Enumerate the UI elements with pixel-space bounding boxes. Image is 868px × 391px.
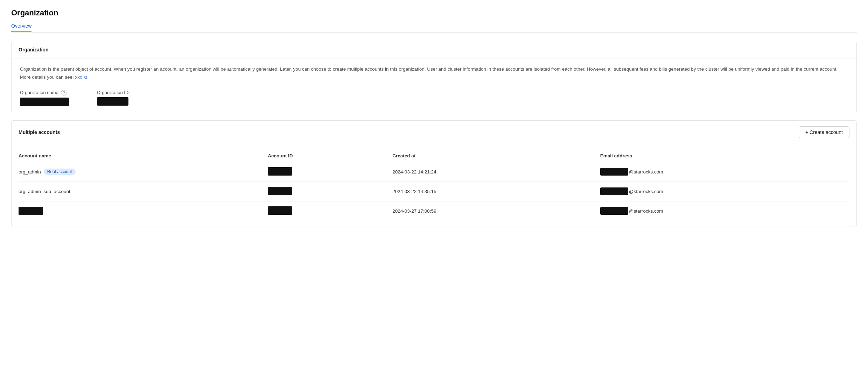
org-name-label: Organization name: ?	[20, 90, 69, 95]
table-body: org_admin Root account 2024-03-22 14:21:…	[19, 162, 849, 221]
row2-created-cell: 2024-03-22 14:35:15	[392, 182, 600, 201]
row3-email-prefix	[600, 207, 628, 215]
row1-created-cell: 2024-03-22 14:21:24	[392, 162, 600, 182]
org-description-text1: Organization is the parent object of acc…	[20, 66, 838, 80]
org-description-link[interactable]: xxx	[75, 74, 82, 80]
row1-name-cell: org_admin Root account	[19, 162, 268, 182]
row3-id-cell	[268, 201, 392, 221]
accounts-table: Account name Account ID Created at Email…	[19, 150, 849, 221]
col-header-email: Email address	[600, 150, 849, 162]
multiple-accounts-card: Multiple accounts + Create account Accou…	[11, 120, 857, 227]
row2-account-name: org_admin_sub_account	[19, 189, 70, 194]
row1-name-content: org_admin Root account	[19, 169, 264, 175]
row3-email-cell: @starrocks.com	[600, 201, 849, 221]
external-link-icon: ⧉	[84, 74, 88, 81]
row1-id-cell	[268, 162, 392, 182]
row3-created-cell: 2024-03-27 17:08:59	[392, 201, 600, 221]
row2-id-cell	[268, 182, 392, 201]
row1-email-prefix	[600, 168, 628, 176]
org-id-field: Organization ID:	[97, 90, 130, 106]
org-description-text2: .	[88, 74, 89, 80]
row2-email-prefix	[600, 187, 628, 195]
row3-name-cell	[19, 201, 268, 221]
row1-email-cell: @starrocks.com	[600, 162, 849, 182]
multiple-accounts-header: Multiple accounts + Create account	[12, 121, 856, 144]
row1-account-name: org_admin	[19, 169, 41, 175]
org-section-header: Organization	[12, 41, 856, 58]
page-container: Organization Overview Organization Organ…	[0, 0, 868, 391]
row3-email-content: @starrocks.com	[600, 207, 845, 215]
org-name-value	[20, 98, 69, 106]
row1-email-suffix: @starrocks.com	[629, 169, 663, 175]
row3-name-content	[19, 207, 264, 215]
tab-overview[interactable]: Overview	[11, 20, 31, 32]
table-row: 2024-03-27 17:08:59 @starrocks.com	[19, 201, 849, 221]
org-id-label: Organization ID:	[97, 90, 130, 95]
row1-id-value	[268, 167, 292, 176]
org-section-body: Organization is the parent object of acc…	[12, 58, 856, 113]
row1-email-content: @starrocks.com	[600, 168, 845, 176]
row2-id-value	[268, 187, 292, 195]
create-account-button[interactable]: + Create account	[799, 126, 849, 138]
org-description: Organization is the parent object of acc…	[20, 65, 848, 81]
tabs-bar: Overview	[11, 20, 857, 33]
root-account-badge: Root account	[44, 169, 76, 175]
row2-email-suffix: @starrocks.com	[629, 189, 663, 194]
org-name-help-icon[interactable]: ?	[61, 90, 66, 95]
row3-account-name-redacted	[19, 207, 43, 215]
page-title: Organization	[11, 8, 857, 17]
accounts-table-container: Account name Account ID Created at Email…	[12, 144, 856, 227]
row2-email-content: @starrocks.com	[600, 187, 845, 195]
table-header-row: Account name Account ID Created at Email…	[19, 150, 849, 162]
org-id-value	[97, 97, 128, 106]
table-row: org_admin Root account 2024-03-22 14:21:…	[19, 162, 849, 182]
org-name-field: Organization name: ?	[20, 90, 69, 106]
col-header-created: Created at	[392, 150, 600, 162]
row2-name-content: org_admin_sub_account	[19, 189, 264, 194]
row2-name-cell: org_admin_sub_account	[19, 182, 268, 201]
row2-email-cell: @starrocks.com	[600, 182, 849, 201]
table-row: org_admin_sub_account 2024-03-22 14:35:1…	[19, 182, 849, 201]
table-head: Account name Account ID Created at Email…	[19, 150, 849, 162]
col-header-id: Account ID	[268, 150, 392, 162]
multiple-accounts-title: Multiple accounts	[19, 129, 60, 135]
col-header-name: Account name	[19, 150, 268, 162]
row3-id-value	[268, 206, 292, 215]
org-fields: Organization name: ? Organization ID:	[20, 90, 848, 106]
org-section-card: Organization Organization is the parent …	[11, 41, 857, 113]
row3-email-suffix: @starrocks.com	[629, 208, 663, 214]
